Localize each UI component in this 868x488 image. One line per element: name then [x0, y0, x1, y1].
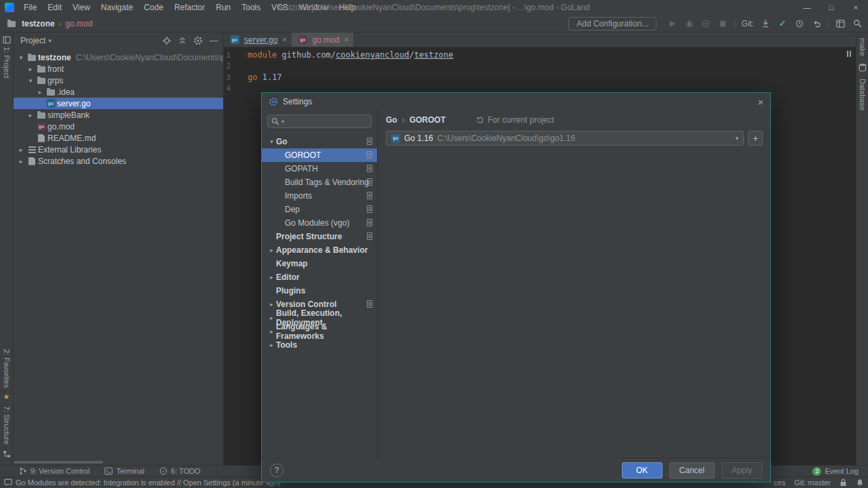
tree-toggle-icon[interactable]: ▸: [16, 146, 26, 153]
tree-toggle-icon[interactable]: ▸: [26, 66, 35, 73]
tree-item-external-libraries[interactable]: ▸External Libraries: [14, 144, 223, 155]
tab-close-icon[interactable]: ×: [282, 35, 287, 45]
settings-item-project-structure[interactable]: Project Structure: [262, 230, 377, 243]
menu-view[interactable]: View: [67, 0, 96, 15]
settings-gear-icon[interactable]: [193, 36, 203, 45]
git-rollback-icon[interactable]: [811, 18, 822, 29]
tree-item-readme-md[interactable]: README.md: [14, 132, 223, 144]
tool-button-terminal[interactable]: Terminal: [104, 467, 144, 475]
locate-file-icon[interactable]: [162, 36, 172, 45]
tree-toggle-icon[interactable]: ▸: [267, 314, 276, 321]
goroot-select[interactable]: go Go 1.16 C:\Users\CookieNyanCloud\go\g…: [386, 131, 744, 146]
status-message[interactable]: Go Modules are detected: Integration is …: [16, 479, 281, 487]
tab-server-go[interactable]: goserver.go×: [224, 33, 292, 47]
git-branch-widget[interactable]: Git: master: [794, 479, 831, 487]
settings-item-goroot[interactable]: GOROOT: [262, 148, 377, 162]
horizontal-scrollbar[interactable]: [14, 461, 103, 464]
bell-icon[interactable]: [856, 479, 864, 487]
settings-item-plugins[interactable]: Plugins: [262, 284, 377, 298]
git-history-icon[interactable]: [794, 18, 805, 29]
dialog-close-icon[interactable]: ×: [757, 97, 764, 107]
apply-button[interactable]: Apply: [722, 462, 762, 479]
tree-item-front[interactable]: ▸front: [14, 63, 223, 75]
make-stripe-label[interactable]: make: [859, 38, 867, 56]
tree-toggle-icon[interactable]: ▸: [267, 301, 276, 308]
collapse-all-icon[interactable]: [178, 37, 186, 45]
editor-body[interactable]: 1module github.com/cookienyancloud/testz…: [224, 47, 856, 94]
settings-item-build-tags-vendoring[interactable]: Build Tags & Vendoring: [262, 176, 377, 189]
tree-toggle-icon[interactable]: ▸: [16, 158, 26, 165]
menu-code[interactable]: Code: [138, 0, 169, 15]
breadcrumb-project[interactable]: testzone: [22, 19, 55, 28]
menu-navigate[interactable]: Navigate: [96, 0, 138, 15]
tree-item-grps[interactable]: ▾grps: [14, 75, 223, 86]
tree-toggle-icon[interactable]: ▸: [267, 247, 276, 253]
close-button[interactable]: ×: [844, 0, 868, 15]
tree-item-go-mod[interactable]: gogo.mod: [14, 121, 223, 132]
settings-item-keymap[interactable]: Keymap: [262, 257, 377, 270]
tree-item-scratches-and-consoles[interactable]: ▸Scratches and Consoles: [14, 155, 223, 167]
tree-toggle-icon[interactable]: ▾: [16, 54, 26, 61]
tree-toggle-icon[interactable]: ▸: [35, 89, 45, 96]
help-button[interactable]: ?: [270, 464, 283, 477]
project-view-selector[interactable]: Project ▾: [20, 36, 52, 45]
settings-item-go-modules-vgo[interactable]: Go Modules (vgo): [262, 216, 377, 230]
tree-toggle-icon[interactable]: ▸: [267, 342, 276, 348]
search-everywhere-icon[interactable]: [852, 18, 863, 29]
settings-item-gopath[interactable]: GOPATH: [262, 162, 377, 176]
favorites-stripe-label[interactable]: 2: Favorites: [3, 349, 11, 388]
stop-icon[interactable]: [717, 18, 728, 29]
lock-icon[interactable]: [840, 479, 847, 487]
tree-toggle-icon[interactable]: ▸: [26, 112, 35, 119]
menu-file[interactable]: File: [18, 0, 42, 15]
git-update-icon[interactable]: [760, 18, 771, 29]
tree-toggle-icon[interactable]: ▸: [267, 328, 276, 335]
tab-go-mod[interactable]: gogo.mod×: [292, 33, 353, 47]
tool-button-9-version-control[interactable]: 9: Version Control: [19, 467, 90, 475]
menu-run[interactable]: Run: [210, 0, 236, 15]
menu-tools[interactable]: Tools: [236, 0, 266, 15]
code-line[interactable]: 2: [224, 61, 856, 73]
structure-stripe-label[interactable]: 7: Structure: [3, 406, 11, 445]
inspections-widget-icon[interactable]: [847, 51, 851, 57]
tree-item-testzone[interactable]: ▾testzoneC:\Users\CookieNyanCloud\Docume…: [14, 52, 223, 63]
menu-refactor[interactable]: Refactor: [169, 0, 210, 15]
hide-panel-icon[interactable]: —: [210, 36, 218, 45]
tree-item-server-go[interactable]: goserver.go: [14, 98, 223, 109]
tree-item-idea[interactable]: ▸.idea: [14, 86, 223, 98]
maximize-button[interactable]: □: [819, 0, 844, 15]
star-icon[interactable]: ★: [3, 393, 10, 401]
database-stripe-label[interactable]: Database: [859, 79, 867, 110]
tree-toggle-icon[interactable]: ▸: [267, 274, 276, 281]
code-line[interactable]: 3go 1.17: [224, 72, 856, 83]
minimize-button[interactable]: —: [795, 0, 819, 15]
settings-breadcrumb-go[interactable]: Go: [386, 115, 397, 125]
debug-icon[interactable]: [684, 18, 694, 29]
add-configuration-button[interactable]: Add Configuration...: [568, 17, 656, 30]
tree-toggle-icon[interactable]: ▾: [26, 77, 35, 84]
tab-close-icon[interactable]: ×: [344, 35, 349, 45]
menu-edit[interactable]: Edit: [42, 0, 67, 15]
settings-item-editor[interactable]: ▸Editor: [262, 270, 377, 284]
tree-toggle-icon[interactable]: ▾: [267, 138, 276, 145]
settings-item-appearance-behavior[interactable]: ▸Appearance & Behavior: [262, 243, 377, 257]
sidebar-item-project[interactable]: 1: Project: [3, 33, 11, 81]
git-commit-icon[interactable]: ✓: [777, 18, 788, 29]
settings-item-go[interactable]: ▾Go: [262, 135, 377, 148]
event-log-button[interactable]: 2 Event Log: [812, 467, 859, 476]
cancel-button[interactable]: Cancel: [669, 462, 715, 479]
code-line[interactable]: 1module github.com/cookienyancloud/testz…: [224, 49, 856, 61]
settings-item-languages-frameworks[interactable]: ▸Languages & Frameworks: [262, 325, 377, 338]
breadcrumb-file[interactable]: go.mod: [65, 19, 92, 28]
settings-item-dep[interactable]: Dep: [262, 203, 377, 216]
settings-item-tools[interactable]: ▸Tools: [262, 338, 377, 352]
coverage-icon[interactable]: [701, 18, 711, 29]
run-icon[interactable]: [667, 18, 677, 29]
settings-item-imports[interactable]: Imports: [262, 189, 377, 203]
settings-search-input[interactable]: ▾: [267, 115, 372, 128]
tool-button-6-todo[interactable]: 6: TODO: [159, 467, 201, 475]
ok-button[interactable]: OK: [622, 462, 663, 479]
layout-icon[interactable]: [835, 18, 846, 29]
tree-item-simplebank[interactable]: ▸simpleBank: [14, 109, 223, 121]
add-sdk-button[interactable]: +: [748, 131, 763, 146]
